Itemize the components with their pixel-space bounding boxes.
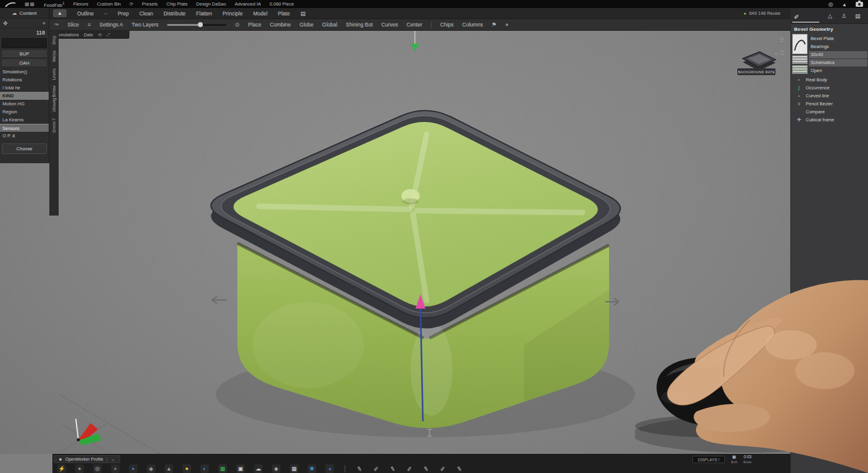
- chevron-down-icon[interactable]: ∨: [792, 100, 806, 108]
- dock-app-icon[interactable]: ◕: [326, 464, 334, 473]
- combine-button[interactable]: Combine: [270, 22, 291, 28]
- sculpt-tool-icon[interactable]: ✐: [405, 465, 413, 472]
- bup-button[interactable]: BUP: [1, 49, 47, 58]
- side-tab[interactable]: Warps: [52, 51, 56, 62]
- dock-app-icon[interactable]: ▣: [236, 464, 245, 473]
- menu-item[interactable]: Flexors: [73, 1, 89, 7]
- asset-row[interactable]: Bevel Plate: [809, 35, 867, 42]
- slice-button[interactable]: Slice: [68, 22, 79, 28]
- tree-item[interactable]: •Curved line: [792, 92, 867, 100]
- record-dot-icon[interactable]: ●: [505, 22, 508, 28]
- layers-slider[interactable]: [167, 22, 226, 28]
- left-arrow-handle[interactable]: [212, 296, 227, 304]
- settings-button[interactable]: Settings A: [99, 22, 123, 28]
- ribbon-tab-plate[interactable]: Plate: [278, 10, 290, 17]
- ribbon-tab-outline[interactable]: Outline: [77, 10, 94, 17]
- center-button[interactable]: Center: [407, 22, 423, 28]
- user-icon[interactable]: ♙: [841, 13, 846, 19]
- tree-item[interactable]: ʃOccurrence: [792, 84, 867, 92]
- mode-chip-icon[interactable]: ▲: [53, 9, 67, 17]
- list-item[interactable]: Motion HG: [0, 100, 49, 108]
- ribbon-tab-prep[interactable]: Prep: [118, 10, 129, 17]
- asset-row[interactable]: Open: [809, 67, 867, 75]
- ribbon-tab-model[interactable]: Model: [253, 10, 268, 17]
- menu-item[interactable]: Chip Plate: [166, 1, 188, 7]
- date-label[interactable]: Date: [84, 33, 93, 37]
- record-icon[interactable]: ◎: [829, 1, 833, 7]
- undo-icon[interactable]: ⟲: [98, 33, 102, 38]
- shining-bot-button[interactable]: Shining Bot: [346, 22, 372, 28]
- side-tab[interactable]: Drop: [52, 36, 56, 44]
- viewcube[interactable]: BACKGROUND RATE: [737, 52, 777, 75]
- dock-app-icon[interactable]: ◎: [93, 464, 102, 473]
- tree-item[interactable]: Compare: [792, 108, 867, 116]
- menu-item[interactable]: Custom Bin: [97, 1, 121, 7]
- striped-thumbnail[interactable]: [792, 55, 808, 64]
- dock-app-icon[interactable]: ●: [182, 464, 191, 473]
- place-button[interactable]: Place: [248, 22, 261, 28]
- dock-app-icon[interactable]: ◈: [272, 464, 280, 473]
- move-icon[interactable]: ✥: [3, 20, 8, 26]
- side-tab[interactable]: Unsung Behav: [52, 86, 56, 112]
- expand-icon[interactable]: ⤢: [107, 33, 110, 38]
- pen-tool-icon[interactable]: ✑: [54, 22, 59, 28]
- top-drop-marker[interactable]: [411, 31, 419, 51]
- dock-app-icon[interactable]: ⚡: [57, 464, 66, 473]
- document-icon[interactable]: ▤: [300, 10, 306, 17]
- flag-icon[interactable]: ⚑: [491, 22, 496, 28]
- asset-row-selected[interactable]: Schematics: [809, 59, 867, 67]
- globe-button[interactable]: Globe: [300, 22, 314, 28]
- warning-triangle-icon[interactable]: △: [828, 13, 832, 19]
- global-button[interactable]: Global: [322, 22, 338, 28]
- sculpt-tool-icon[interactable]: ✎: [455, 464, 464, 472]
- columns-button[interactable]: Columns: [462, 22, 483, 28]
- ribbon-tab-clean[interactable]: Clean: [139, 10, 153, 17]
- chevron-down-icon[interactable]: ⌄: [107, 457, 115, 462]
- ribbon-tab-distribute[interactable]: Distribute: [163, 10, 186, 17]
- sculpt-tool-icon[interactable]: ✎: [422, 464, 430, 472]
- cursor-icon[interactable]: ▴: [843, 1, 846, 7]
- tree-item[interactable]: ✛Cubical frame: [792, 116, 867, 124]
- tub-model[interactable]: [211, 110, 620, 428]
- list-icon[interactable]: ☰: [779, 37, 785, 43]
- menu-item[interactable]: Design DaSao: [196, 1, 226, 7]
- search-input[interactable]: [2, 38, 47, 48]
- tree-item[interactable]: ▪Real Body: [792, 76, 867, 84]
- ribbon-tab-flatten[interactable]: Flatten: [196, 10, 212, 17]
- target-icon[interactable]: ⊙: [235, 22, 240, 28]
- menu-item[interactable]: Presets: [142, 1, 157, 7]
- side-tab[interactable]: Levels: [52, 68, 56, 80]
- menu-item[interactable]: FoodFab1: [44, 1, 65, 8]
- dock-app-icon[interactable]: ▲: [165, 464, 173, 473]
- striped-thumbnail[interactable]: [792, 65, 808, 74]
- dock-app-icon[interactable]: ❋: [308, 464, 316, 473]
- list-item-selected[interactable]: KIND: [0, 92, 49, 100]
- asset-row[interactable]: Bearings: [809, 43, 867, 51]
- camera-icon[interactable]: [856, 2, 863, 7]
- panel-icon[interactable]: ◫: [779, 49, 785, 55]
- curves-button[interactable]: Curves: [382, 22, 398, 28]
- pen-icon[interactable]: ✐: [794, 14, 799, 20]
- list-item[interactable]: O P. 8: [0, 132, 49, 140]
- choose-button[interactable]: Choose: [2, 144, 47, 154]
- chips-button[interactable]: Chips: [440, 22, 454, 28]
- curve-thumbnail[interactable]: [792, 34, 808, 54]
- profile-tab[interactable]: OpenWorker Profile ⌄: [54, 455, 120, 463]
- sculpt-tool-icon[interactable]: ✐: [438, 465, 446, 472]
- ribbon-tab-principle[interactable]: Principle: [223, 10, 243, 17]
- annotations-label[interactable]: Annotations: [56, 33, 79, 37]
- grid-menu-icon[interactable]: ▦▦: [25, 1, 35, 7]
- dock-app-icon[interactable]: ●: [111, 464, 120, 473]
- tree-item[interactable]: ∨Pencil Bezier: [792, 100, 867, 108]
- oah-button[interactable]: OAH: [1, 59, 47, 67]
- dock-app-icon[interactable]: ◗: [129, 464, 137, 473]
- add-button[interactable]: +: [43, 20, 46, 26]
- dock-app-icon[interactable]: ☁: [254, 464, 263, 473]
- list-item-selected[interactable]: Sensors: [0, 124, 49, 132]
- menu-item[interactable]: 0.060 Piece: [269, 1, 294, 7]
- dock-app-icon[interactable]: ◐: [200, 464, 209, 473]
- grid-icon[interactable]: ▤: [855, 13, 861, 19]
- list-item[interactable]: Rotations: [0, 76, 49, 84]
- sculpt-tool-icon[interactable]: ✐: [372, 465, 380, 472]
- dock-app-icon[interactable]: ▦: [218, 464, 227, 473]
